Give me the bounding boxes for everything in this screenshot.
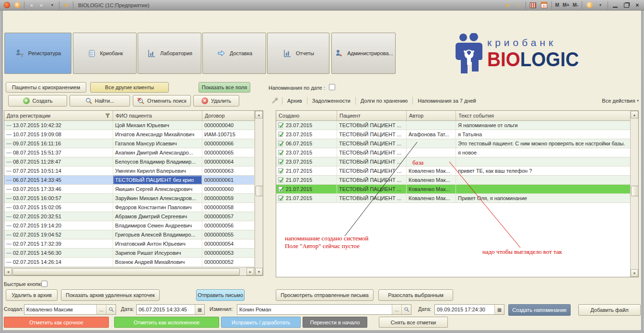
scroll-down-icon[interactable]: ▼: [255, 268, 263, 275]
minimize-button[interactable]: [611, 1, 619, 9]
reminders-vertical-scrollbar[interactable]: ▲ ▼: [630, 111, 638, 277]
ellipsis-button[interactable]: ...: [392, 305, 401, 314]
toolbar-item[interactable]: Долги по хранению: [359, 98, 410, 104]
scroll-thumb[interactable]: [631, 186, 639, 196]
show-archive-button[interactable]: Показать архив удаленных карточек: [61, 289, 160, 301]
lookup-magnifier-icon[interactable]: [401, 305, 411, 314]
reminder-row[interactable]: 21.07.2015ТЕСТОВЫЙ ПАЦИЕНТ ...Коваленко …: [276, 176, 631, 185]
back-icon[interactable]: ◄: [27, 1, 35, 9]
reminder-row[interactable]: 21.07.2015ТЕСТОВЫЙ ПАЦИЕНТ ...Коваленко …: [276, 194, 631, 203]
column-header-event-text[interactable]: Текст события: [456, 111, 631, 120]
tab-dostavka[interactable]: Доставка: [202, 33, 266, 74]
patients-vertical-scrollbar[interactable]: ▲ ▼: [255, 111, 263, 275]
scroll-up-icon[interactable]: ▲: [255, 111, 263, 119]
column-header-author[interactable]: Автор: [407, 111, 456, 120]
column-header-date[interactable]: Дата регистрации: [4, 111, 113, 120]
created-by-field[interactable]: Коваленко Максим ...: [24, 304, 116, 315]
column-header-patient[interactable]: Пациент: [337, 111, 407, 120]
info-dropdown-icon[interactable]: ▼: [597, 1, 604, 9]
calculator-icon[interactable]: [529, 1, 537, 9]
patients-horizontal-scrollbar[interactable]: ◄ ►: [4, 267, 255, 275]
patient-row[interactable]: —03.07.2015 16:00:57Заруйкин Михаил Алек…: [4, 194, 255, 203]
reminder-row[interactable]: 23.07.2015ТЕСТОВЫЙ ПАЦИЕНТ ...: [276, 157, 631, 166]
history-dropdown-icon[interactable]: ▼: [48, 1, 56, 9]
patient-row[interactable]: —03.07.2015 17:33:46Якишин Сергей Алекса…: [4, 185, 255, 194]
toolbar-item[interactable]: Напоминания за 7 дней: [416, 98, 477, 104]
memory-mplus-button[interactable]: M+: [562, 2, 569, 8]
patient-row[interactable]: —02.07.2015 19:14:20Владимиров Семен Анд…: [4, 221, 255, 230]
info-icon[interactable]: i: [585, 1, 593, 9]
patient-row[interactable]: —07.07.2015 10:51:14Умнягин Кирилл Валер…: [4, 166, 255, 176]
delete-to-archive-button[interactable]: Удалить в архив: [6, 289, 58, 301]
mark-done-button[interactable]: Отметить как исполненное: [114, 317, 219, 328]
main-menu-button[interactable]: ▼: [13, 1, 21, 9]
wrench-icon[interactable]: [271, 97, 279, 105]
patient-row[interactable]: —02.07.2015 19:04:52Григорьев Алексей Вл…: [4, 230, 255, 239]
create-button[interactable]: + Создать: [8, 95, 67, 107]
calendar-icon[interactable]: 31: [540, 1, 548, 9]
memory-m-button[interactable]: M: [555, 2, 559, 8]
patient-row[interactable]: —02.07.2015 14:56:30Зарипов Ришат Илсуро…: [4, 249, 255, 258]
scroll-thumb[interactable]: [12, 268, 240, 275]
move-to-start-button[interactable]: Перенести в начало: [303, 317, 367, 328]
date1-field[interactable]: 06.07.2015 14:33:45 ▦: [136, 304, 205, 315]
open-favorites-icon[interactable]: ☆: [515, 1, 522, 9]
scroll-down-icon[interactable]: ▼: [631, 269, 638, 277]
scroll-left-icon[interactable]: ◄: [4, 268, 12, 275]
toolbar-item[interactable]: Задолженности: [311, 98, 352, 104]
add-favorite-icon[interactable]: ★: [503, 1, 511, 9]
tab-kriobank[interactable]: Криобанк: [73, 33, 137, 74]
reminder-row[interactable]: 21.07.2015ТЕСТОВЫЙ ПАЦИЕНТ ...Коваленко …: [276, 185, 631, 194]
ellipsis-button[interactable]: ...: [96, 305, 106, 314]
create-reminder-button[interactable]: Создать напоминание: [508, 304, 571, 316]
show-all-fields-button[interactable]: Показать все поля: [199, 82, 250, 93]
patient-row[interactable]: —08.07.2015 11:28:47Белоусов Владимир Вл…: [4, 157, 255, 166]
patient-row[interactable]: —06.07.2015 14:33:45ТЕСТОВЫЙ ПАЦИЕНТ без…: [4, 176, 255, 185]
modified-by-field[interactable]: Конин Роман ...: [237, 304, 411, 315]
send-letter-button[interactable]: Отправить письмо: [196, 289, 245, 301]
reminder-row[interactable]: 06.07.2015ТЕСТОВЫЙ ПАЦИЕНТ ...Это тестов…: [276, 139, 631, 148]
close-button[interactable]: ×: [633, 1, 641, 9]
lookup-magnifier-icon[interactable]: [106, 305, 116, 314]
patient-row[interactable]: —08.07.2015 15:51:37Ахапкин Дмитрий Алек…: [4, 148, 255, 157]
mark-urgent-button[interactable]: Отметить как срочное: [4, 317, 109, 328]
clear-marks-button[interactable]: Снять все отметки: [379, 317, 448, 328]
reminder-row[interactable]: 21.07.2015ТЕСТОВЫЙ ПАЦИЕНТ ...Коваленко …: [276, 166, 631, 176]
patient-row[interactable]: —02.07.2015 17:32:39Игнатовский Антон Юр…: [4, 239, 255, 249]
toolbar-item[interactable]: Архив: [286, 98, 304, 104]
patients-cryo-filter-button[interactable]: Пациенты с криохранением: [6, 82, 86, 93]
column-header-created[interactable]: Создано: [276, 111, 337, 120]
delete-button[interactable]: ✕ Удалить: [193, 95, 239, 107]
send-to-selected-button[interactable]: Разослать выбранным: [378, 289, 453, 301]
patient-row[interactable]: —02.07.2015 14:26:14Вознюк Андрей Михайл…: [4, 258, 255, 267]
patient-row[interactable]: —03.07.2015 15:02:05Федоров Константин П…: [4, 203, 255, 212]
patient-row[interactable]: —09.07.2015 16:11:16Гаталов Мансур Исаев…: [4, 139, 255, 148]
restore-button[interactable]: [622, 1, 630, 9]
cancel-search-button[interactable]: Отменить поиск: [133, 95, 191, 107]
tab-administrirovanie[interactable]: Администрирова...: [331, 33, 396, 74]
add-file-button[interactable]: Добавить файл: [578, 304, 641, 316]
memory-mminus-button[interactable]: M-: [573, 2, 578, 8]
tab-laboratoriya[interactable]: Лаборатория: [138, 33, 201, 74]
quick-buttons-checkbox[interactable]: [41, 281, 47, 287]
date-picker-icon[interactable]: ▦: [494, 305, 504, 314]
view-sent-letters-button[interactable]: Просмотреть отправленные письма: [276, 289, 374, 301]
date2-field[interactable]: 09.09.2015 17:24:30 ▦: [434, 304, 504, 315]
reminders-by-date-checkbox[interactable]: [329, 84, 335, 90]
column-header-dogovor[interactable]: Договор: [202, 111, 255, 120]
tab-otchety[interactable]: Отчеты: [267, 33, 329, 74]
patient-row[interactable]: —10.07.2015 19:09:08Игнатов Александр Ми…: [4, 130, 255, 139]
reminder-row[interactable]: 23.07.2015ТЕСТОВЫЙ ПАЦИЕНТ ...я новое: [276, 148, 631, 157]
reminder-row[interactable]: 23.07.2015ТЕСТОВЫЙ ПАЦИЕНТ ...Агафонова …: [276, 130, 631, 139]
patient-row[interactable]: —13.07.2015 10:42:32Цой Михаил Юрьевич00…: [4, 121, 255, 130]
all-actions-button[interactable]: Все действия ▾: [602, 98, 639, 104]
scroll-right-icon[interactable]: ►: [246, 268, 254, 275]
scroll-thumb[interactable]: [256, 186, 263, 196]
filter-funnel-icon[interactable]: [105, 113, 110, 118]
column-header-fio[interactable]: ФИО пациента: [113, 111, 202, 120]
favorites-star-icon[interactable]: ★: [62, 1, 70, 9]
tab-registratura[interactable]: Регистратура: [4, 33, 71, 74]
patient-row[interactable]: —02.07.2015 20:32:51Абрамов Дмитрий Серг…: [4, 212, 255, 221]
reminder-row[interactable]: 23.07.2015ТЕСТОВЫЙ ПАЦИЕНТ ...Я напомина…: [276, 121, 631, 130]
forward-icon[interactable]: ►: [38, 1, 46, 9]
